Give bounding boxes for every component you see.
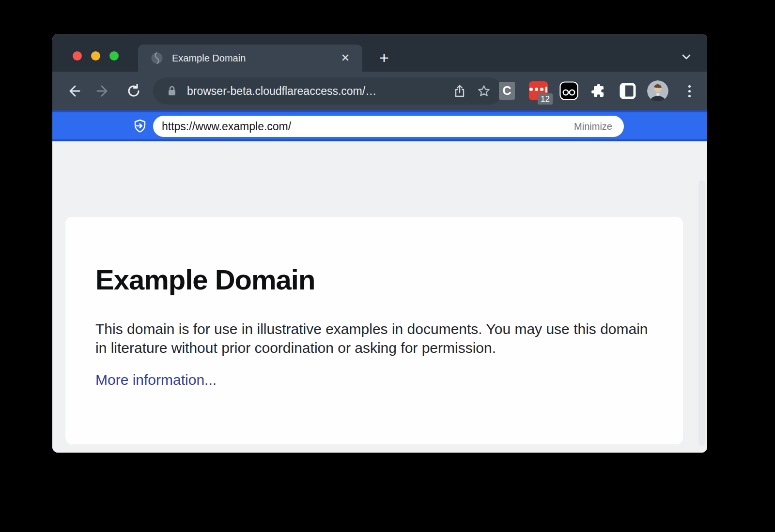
back-button[interactable] [63,80,84,102]
remote-url-value[interactable]: https://www.example.com/ [162,120,574,133]
page-viewport: Example Domain This domain is for use in… [52,141,707,453]
extension-c-icon[interactable]: C [499,82,515,100]
address-bar[interactable]: browser-beta.cloudflareaccess.com/… [153,77,503,105]
remote-url-field[interactable]: https://www.example.com/ Minimize [153,116,624,137]
red-dots-glyph [529,87,547,92]
extension-red-dots-icon[interactable]: 12 [529,81,548,100]
globe-favicon-icon [151,52,163,64]
address-bar-url[interactable]: browser-beta.cloudflareaccess.com/… [187,85,451,98]
extension-two-circles-icon[interactable] [559,81,578,100]
remote-browser-access-bar: https://www.example.com/ Minimize [52,110,707,141]
tab-close-icon[interactable]: ✕ [338,51,353,65]
browser-menu-kebab-icon[interactable] [680,82,698,100]
browser-toolbar: browser-beta.cloudflareaccess.com/… C 12 [52,72,707,110]
page-title: Example Domain [95,263,315,296]
forward-button[interactable] [93,80,114,102]
chevron-down-icon[interactable] [676,46,697,68]
profile-avatar[interactable] [647,80,668,102]
close-window-button[interactable] [73,51,82,61]
page-scrollbar[interactable] [698,180,705,446]
fullscreen-window-button[interactable] [109,51,119,61]
new-tab-button[interactable]: + [373,46,395,69]
lock-icon [164,83,180,99]
tab-example-domain[interactable]: Example Domain ✕ [138,45,362,72]
page-paragraph: This domain is for use in illustrative e… [95,319,657,357]
more-information-link[interactable]: More information... [95,372,217,388]
share-icon[interactable] [451,83,468,99]
content-card: Example Domain This domain is for use in… [65,217,683,444]
minimize-window-button[interactable] [91,51,100,61]
shield-arrow-icon [133,119,147,133]
extensions-puzzle-icon[interactable] [590,82,607,100]
reload-button[interactable] [123,80,144,102]
side-panel-icon[interactable] [619,82,636,100]
browser-window: Example Domain ✕ + browser-beta.cloudfla… [52,34,707,453]
tab-strip: Example Domain ✕ + [52,34,707,72]
tab-title: Example Domain [172,53,246,64]
extension-badge-count: 12 [538,93,553,105]
minimize-bar-button[interactable]: Minimize [574,121,612,132]
bookmark-star-icon[interactable] [476,83,492,99]
